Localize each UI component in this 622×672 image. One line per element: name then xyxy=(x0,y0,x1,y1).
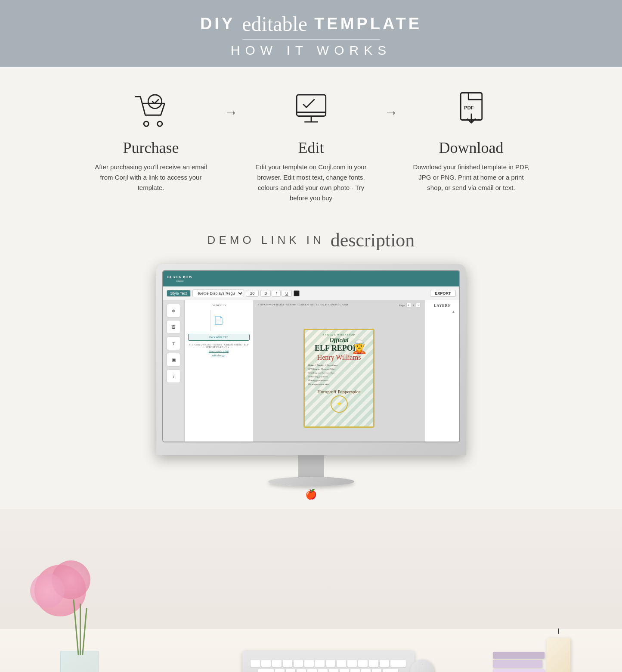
font-size-input[interactable] xyxy=(246,290,259,297)
purchase-desc: After purchasing you'll receive an email… xyxy=(91,162,211,193)
cart-icon xyxy=(132,91,170,130)
key xyxy=(340,669,349,672)
corjl-body: ⊕ 🖼 T ▣ i ORDER ID 📄 INCOMPLETE STR-GRW-… xyxy=(163,300,459,442)
seal: ⭐ xyxy=(331,395,348,413)
download-title: Download xyxy=(411,139,532,157)
demo-title-row: DEMO LINK IN description xyxy=(9,229,613,251)
arrow-icon-2: → xyxy=(384,104,398,120)
elf-card-name: Henry Williams xyxy=(308,354,370,361)
order-id-label: ORDER ID xyxy=(188,304,250,307)
sidebar-info-icon[interactable]: i xyxy=(167,369,180,383)
corjl-canvas[interactable]: STR-GRW-24-B3393 · STRIPE - GREEN WHITE … xyxy=(254,300,425,442)
keyboard-row-1 xyxy=(251,660,406,667)
arrow-2: → xyxy=(384,89,398,120)
keyboard-row-2 xyxy=(258,669,398,672)
key xyxy=(350,669,360,672)
font-select[interactable]: Huettie Displays Regular xyxy=(192,289,244,297)
edit-desc: Edit your template on Corjl.com in your … xyxy=(251,162,371,203)
prev-page-button[interactable]: ‹ xyxy=(406,303,411,308)
key xyxy=(358,660,368,667)
field-manners: ☑ Being good manners... xyxy=(308,379,370,383)
books-stack xyxy=(493,652,545,672)
key xyxy=(372,669,381,672)
download-icon-container: PDF xyxy=(411,89,532,132)
format-buttons: B I U xyxy=(260,290,292,297)
demo-label-plain: DEMO LINK IN xyxy=(207,233,325,247)
key xyxy=(286,669,295,672)
header-divider xyxy=(242,39,380,40)
corjl-toolbar: Style Text Huettie Displays Regular B I … xyxy=(163,286,459,300)
corjl-header: BLACK BOW studio xyxy=(163,271,459,286)
export-button[interactable]: EXPORT xyxy=(430,290,455,297)
elf-report-card: SANTA'S WORKSHOP Official ELF REPORT 🧝 H… xyxy=(303,329,374,428)
canvas-filename: STR-GRW-24-B3393 · STRIPE - GREEN WHITE … xyxy=(258,303,348,306)
apple-logo: 🍎 xyxy=(156,489,466,500)
key xyxy=(347,660,357,667)
monitor-stand-base xyxy=(268,477,354,486)
elf-figure: 🧝 xyxy=(351,340,367,353)
key xyxy=(318,669,328,672)
sidebar-bg-icon[interactable]: ▣ xyxy=(167,353,180,367)
edit-design-link[interactable]: edit design xyxy=(188,354,250,357)
key xyxy=(294,660,303,667)
sidebar-image-icon[interactable]: 🖼 xyxy=(167,320,180,334)
svg-point-0 xyxy=(144,121,149,126)
key xyxy=(251,660,260,667)
download-panel-link[interactable]: download / print xyxy=(188,349,250,353)
mouse-line xyxy=(422,664,422,672)
corjl-panel: ORDER ID 📄 INCOMPLETE STR-GRW-24-B3393 -… xyxy=(185,300,254,442)
field-teeth: ☑ Brushing your teeth... xyxy=(308,375,370,379)
monitor-container: BLACK BOW studio Style Text Huettie Disp… xyxy=(156,264,466,500)
elf-signature: Horogroff Pepperspice xyxy=(308,389,370,394)
brand-line1: BLACK BOW xyxy=(167,275,193,279)
sidebar-text-icon[interactable]: T xyxy=(167,336,180,350)
pdf-download-icon: PDF xyxy=(452,91,491,130)
editable-label: editable xyxy=(242,12,307,36)
book-1 xyxy=(493,652,545,659)
key xyxy=(380,660,389,667)
keyboard[interactable] xyxy=(242,651,415,672)
field-waking: ☑ Waking up: Clean and Tidy... xyxy=(308,367,370,371)
doc-icon: 📄 xyxy=(210,310,227,331)
key xyxy=(329,669,338,672)
corjl-sidebar: ⊕ 🖼 T ▣ i xyxy=(163,300,185,442)
underline-button[interactable]: U xyxy=(282,290,292,297)
field-bedtime: ☑ Going to bed on time... xyxy=(308,383,370,386)
template-label: TEMPLATE xyxy=(314,15,422,33)
key xyxy=(369,660,378,667)
layers-collapse-button[interactable]: ▲ xyxy=(452,309,456,314)
candle-wick xyxy=(558,628,559,634)
key xyxy=(297,669,306,672)
canvas-topbar: STR-GRW-24-B3393 · STRIPE - GREEN WHITE … xyxy=(258,303,421,306)
stem-2 xyxy=(82,608,87,655)
demo-label-script: description xyxy=(331,229,415,251)
demo-section: DEMO LINK IN description BLACK BOW studi… xyxy=(0,216,622,509)
book-2 xyxy=(493,660,542,668)
header-title-row: DIY editable TEMPLATE xyxy=(9,12,613,36)
brand-line2: studio xyxy=(167,279,193,283)
key xyxy=(361,669,371,672)
page-num: 1 xyxy=(413,304,415,307)
book-3 xyxy=(493,669,545,672)
key xyxy=(272,660,282,667)
bold-button[interactable]: B xyxy=(260,290,271,297)
svg-point-1 xyxy=(157,121,162,126)
file-name-label: STR-GRW-24-B3393 - STRIPE - GREEN WHITE … xyxy=(188,343,250,348)
sidebar-move-icon[interactable]: ⊕ xyxy=(167,304,180,317)
page-controls: Page ‹ 1 › xyxy=(399,303,421,308)
how-it-works-label: HOW IT WORKS xyxy=(9,43,613,58)
download-desc: Download your finished template in PDF, … xyxy=(411,162,532,193)
style-text-button[interactable]: Style Text xyxy=(167,290,191,297)
key xyxy=(337,660,346,667)
color-swatch[interactable] xyxy=(294,290,300,296)
monitor-stand-neck xyxy=(298,455,324,477)
candle-body xyxy=(547,638,570,672)
flowers-left xyxy=(26,560,133,672)
key xyxy=(304,660,314,667)
italic-button[interactable]: I xyxy=(272,290,281,297)
field-age: ☑ Age: ○ Naughty ○ Nice at heart xyxy=(308,363,370,367)
edit-title: Edit xyxy=(251,139,371,157)
arrow-icon-1: → xyxy=(224,104,238,120)
next-page-button[interactable]: › xyxy=(416,303,420,308)
purchase-icon-container xyxy=(91,89,211,132)
